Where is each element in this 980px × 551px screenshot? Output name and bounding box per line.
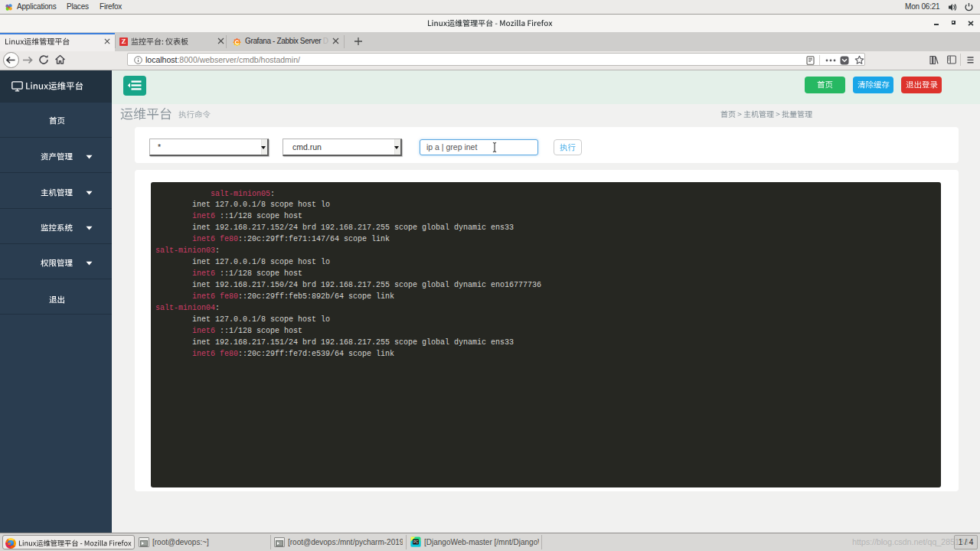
svg-text:PC: PC [413,540,419,544]
